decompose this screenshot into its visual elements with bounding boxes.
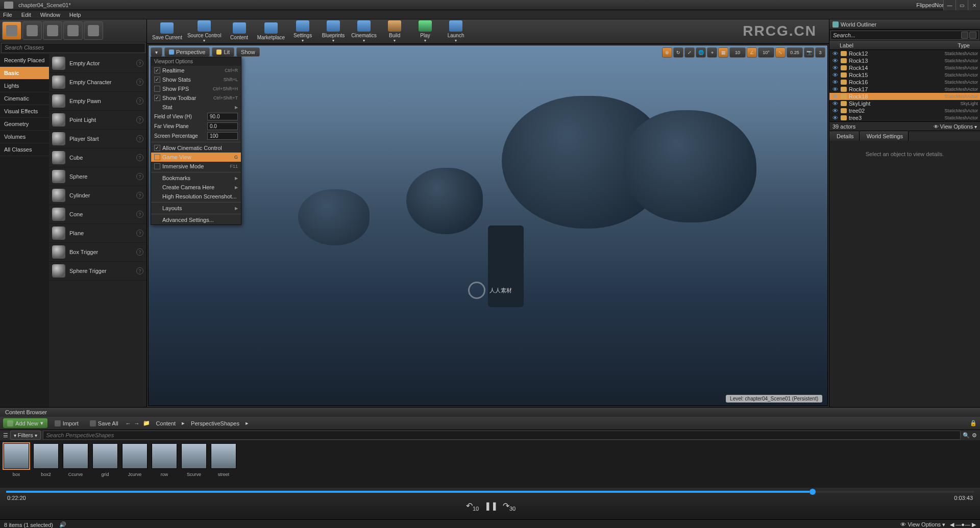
menu-advanced[interactable]: Advanced Settings... [151, 215, 241, 224]
menu-show-fps[interactable]: Show FPSCtrl+Shift+H [151, 84, 241, 93]
asset-grid[interactable]: grid [92, 443, 118, 485]
camera-speed-value[interactable]: 3 [815, 47, 825, 58]
coord-space-icon[interactable]: 🌐 [696, 47, 706, 58]
category-all-classes[interactable]: All Classes [0, 143, 49, 156]
tool-play[interactable]: Play▾ [410, 20, 440, 43]
asset-Scurve[interactable]: Scurve [181, 443, 207, 485]
outliner-row[interactable]: 👁Rock12StaticMeshActor [829, 50, 980, 57]
viewport-options-dropdown[interactable]: ▾ [151, 47, 162, 57]
visibility-icon[interactable]: 👁 [831, 72, 839, 78]
nav-back-icon[interactable]: ← [126, 420, 131, 426]
world-settings-tab[interactable]: World Settings [860, 131, 909, 141]
menu-file[interactable]: File [3, 12, 12, 18]
sources-toggle-icon[interactable]: ☰ [3, 432, 8, 439]
outliner-row[interactable]: 👁Rock13StaticMeshActor [829, 57, 980, 64]
cb-lock-icon[interactable]: 🔒 [970, 420, 977, 426]
minimize-button[interactable]: — [943, 0, 955, 10]
info-icon[interactable]: ? [136, 192, 143, 199]
mode-place[interactable] [2, 21, 21, 40]
filters-button[interactable]: ▾ Filters ▾ [10, 431, 41, 440]
snap-grid-icon[interactable]: ▦ [718, 47, 728, 58]
info-icon[interactable]: ? [136, 248, 143, 256]
crumb-content[interactable]: Content [153, 419, 179, 428]
asset-Jcurve[interactable]: Jcurve [121, 443, 148, 485]
info-icon[interactable]: ? [136, 135, 143, 142]
info-icon[interactable]: ? [136, 267, 143, 274]
actor-sphere[interactable]: Sphere? [49, 167, 146, 186]
screenpct-field[interactable]: Screen Percentage [151, 131, 241, 141]
viewport-show[interactable]: Show [236, 47, 260, 57]
info-icon[interactable]: ? [136, 154, 143, 161]
mode-foliage[interactable] [63, 21, 83, 40]
fov-field[interactable]: Field of View (H) [151, 112, 241, 121]
tool-launch[interactable]: Launch▾ [441, 20, 471, 43]
outliner-row[interactable]: 👁tree02StaticMeshActor [829, 107, 980, 114]
folder-tree-icon[interactable]: 📁 [143, 420, 150, 426]
menu-bookmarks[interactable]: Bookmarks [151, 173, 241, 183]
outliner-row[interactable]: 👁tree3StaticMeshActor [829, 114, 980, 121]
asset-Ccurve[interactable]: Ccurve [62, 443, 89, 485]
mode-geometry[interactable] [84, 21, 103, 40]
menu-hires-screenshot[interactable]: High Resolution Screenshot... [151, 192, 241, 201]
outliner-view-options[interactable]: 👁 View Options ▾ [934, 123, 977, 130]
category-volumes[interactable]: Volumes [0, 131, 49, 143]
visibility-icon[interactable]: 👁 [831, 51, 839, 57]
status-view-options[interactable]: 👁 View Options ▾ ◀ —●— ▶ [900, 521, 976, 528]
tool-settings[interactable]: Settings▾ [288, 20, 317, 43]
nav-fwd-icon[interactable]: → [134, 420, 140, 426]
outliner-row[interactable]: 👁Rock15StaticMeshActor [829, 71, 980, 79]
menu-help[interactable]: Help [69, 12, 81, 18]
category-lights[interactable]: Lights [0, 80, 49, 92]
outliner-row[interactable]: 👁Rock16StaticMeshActor [829, 79, 980, 86]
add-new-button[interactable]: Add New ▾ [3, 418, 47, 428]
save-all-button[interactable]: Save All [86, 419, 122, 428]
snap-pos-value[interactable]: 10 [729, 47, 746, 58]
close-button[interactable]: ✕ [968, 0, 980, 10]
tool-cinematics[interactable]: Cinematics▾ [349, 20, 379, 43]
tool-blueprints[interactable]: Blueprints▾ [318, 20, 348, 43]
actor-sphere-trigger[interactable]: Sphere Trigger? [49, 262, 146, 281]
asset-box[interactable]: box [3, 443, 30, 485]
menu-show-stats[interactable]: Show StatsShift+L [151, 75, 241, 84]
snap-angle-icon[interactable]: ∠ [747, 47, 757, 58]
mode-paint[interactable] [22, 21, 42, 40]
camera-speed-icon[interactable]: 📷 [804, 47, 814, 58]
category-cinematic[interactable]: Cinematic [0, 92, 49, 105]
seek-handle[interactable] [810, 489, 816, 495]
cb-settings-icon[interactable]: ⚙ [972, 432, 977, 439]
category-basic[interactable]: Basic [0, 67, 49, 80]
visibility-icon[interactable]: 👁 [831, 100, 839, 107]
forward-button[interactable]: ↷30 [503, 501, 514, 512]
crumb-folder[interactable]: PerspectiveShapes [188, 419, 242, 428]
actor-player-start[interactable]: Player Start? [49, 130, 146, 148]
menu-stat[interactable]: Stat [151, 103, 241, 112]
visibility-icon[interactable]: 👁 [831, 86, 839, 92]
snap-scale-value[interactable]: 0.25 [787, 47, 803, 58]
gizmo-rotate-icon[interactable]: ↻ [673, 47, 683, 58]
snap-surface-icon[interactable]: ⌖ [707, 47, 717, 58]
menu-show-toolbar[interactable]: Show ToolbarCtrl+Shift+T [151, 93, 241, 103]
category-recently-placed[interactable]: Recently Placed [0, 54, 49, 67]
menu-immersive[interactable]: Immersive ModeF11 [151, 162, 241, 171]
tool-content[interactable]: Content [225, 20, 254, 43]
outliner-row[interactable]: 👁Rock17StaticMeshActor [829, 86, 980, 93]
visibility-icon[interactable]: 👁 [831, 115, 839, 121]
snap-rot-value[interactable]: 10° [758, 47, 774, 58]
menu-realtime[interactable]: RealtimeCtrl+R [151, 66, 241, 75]
seek-bar[interactable] [6, 491, 974, 493]
viewport-lit[interactable]: Lit [212, 47, 234, 57]
info-icon[interactable]: ? [136, 116, 143, 123]
tool-build[interactable]: Build▾ [380, 20, 409, 43]
asset-box2[interactable]: box2 [33, 443, 59, 485]
gizmo-move-icon[interactable]: ⊕ [662, 47, 672, 58]
rewind-button[interactable]: ↶10 [466, 501, 477, 512]
info-icon[interactable]: ? [136, 230, 143, 237]
outliner-row[interactable]: 👁SkyLightSkyLight [829, 100, 980, 107]
visibility-icon[interactable]: 👁 [831, 58, 839, 64]
category-visual-effects[interactable]: Visual Effects [0, 105, 49, 118]
outliner-add-icon[interactable] [969, 32, 976, 39]
asset-row[interactable]: row [151, 443, 178, 485]
visibility-icon[interactable]: 👁 [831, 108, 839, 114]
actor-cube[interactable]: Cube? [49, 148, 146, 167]
asset-street[interactable]: street [210, 443, 237, 485]
